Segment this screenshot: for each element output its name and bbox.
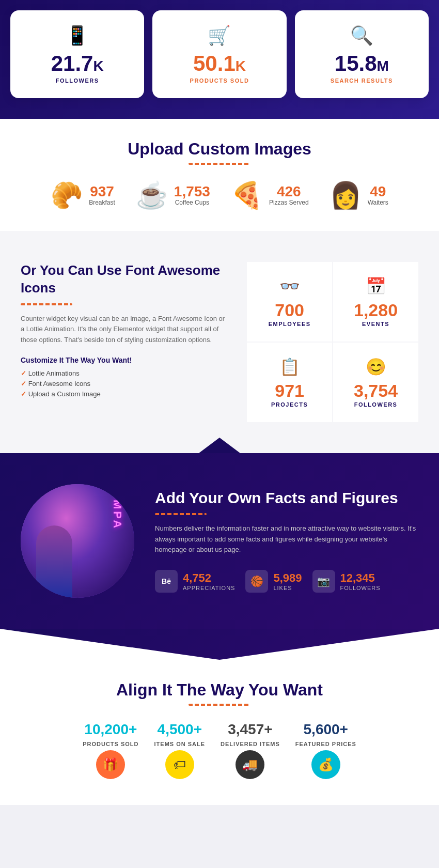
social-instagram: 📷 12,345 Followers bbox=[312, 570, 381, 593]
fa-stat-employees: 👓 700 EMPLOYEES bbox=[247, 262, 332, 342]
dribbble-number: 5,989 bbox=[273, 571, 302, 585]
glasses-icon: 👓 bbox=[261, 276, 318, 296]
delivered-label: Delivered Items bbox=[221, 741, 280, 747]
align-title: Align It The Way You Want bbox=[21, 680, 418, 700]
fa-underline bbox=[21, 303, 72, 305]
stat-card-followers: 📱 21.7K FOLLOWERS bbox=[10, 10, 144, 98]
followers-icon: 📱 bbox=[29, 25, 126, 47]
behance-icon: Bē bbox=[155, 570, 178, 593]
fa-section: Or You Can Use Font Awesome Icons Counte… bbox=[0, 231, 439, 453]
product-item-delivered: 3,457+ Delivered Items 🚚 bbox=[221, 721, 280, 779]
fa-customize-title: Customize It The Way You Want! bbox=[21, 356, 226, 364]
breakfast-label: Breakfast bbox=[89, 199, 115, 206]
stat-card-products: 🛒 50.1K PRODUCTS SOLD bbox=[152, 10, 286, 98]
dark-right-panel: Add Your Own Facts and Figures Numbers d… bbox=[155, 489, 418, 593]
products-sold-number: 10,200+ bbox=[84, 721, 137, 738]
pizza-number: 426 bbox=[269, 184, 309, 199]
followers-label: FOLLOWERS bbox=[29, 78, 126, 84]
align-underline bbox=[189, 704, 250, 706]
products-sold-label: Products Sold bbox=[83, 741, 138, 747]
neon-text: MPA bbox=[111, 500, 124, 530]
delivered-number: 3,457+ bbox=[228, 721, 272, 738]
products-icon: 🛒 bbox=[171, 25, 268, 47]
truck-icon: 🚚 bbox=[236, 750, 264, 779]
feature-upload: Upload a Custom Image bbox=[21, 390, 226, 398]
behance-number: 4,752 bbox=[183, 571, 235, 585]
breakfast-icon: 🥐 bbox=[51, 180, 83, 210]
sale-icon: 🏷 bbox=[165, 750, 194, 779]
waiters-icon: 👩 bbox=[330, 180, 362, 210]
align-section: Align It The Way You Want 10,200+ Produc… bbox=[0, 660, 439, 805]
pizza-icon: 🍕 bbox=[231, 180, 263, 210]
featured-number: 5,600+ bbox=[304, 721, 348, 738]
product-stats-row: 10,200+ Products Sold 🎁 4,500+ Items on … bbox=[21, 721, 418, 779]
portrait-image: MPA bbox=[21, 484, 134, 598]
pizza-label: Pizzas Served bbox=[269, 199, 309, 206]
calendar-icon: 📅 bbox=[348, 276, 404, 296]
events-number: 1,280 bbox=[348, 301, 404, 319]
instagram-icon: 📷 bbox=[312, 570, 335, 593]
instagram-number: 12,345 bbox=[340, 571, 381, 585]
product-item-sold: 10,200+ Products Sold 🎁 bbox=[83, 721, 138, 779]
projects-label: PROJECTS bbox=[261, 401, 318, 408]
social-dribbble: 🏀 5,989 Likes bbox=[245, 570, 302, 593]
products-label: PRODUCTS SOLD bbox=[171, 78, 268, 84]
products-value: 50.1K bbox=[171, 53, 268, 74]
fa-stat-events: 📅 1,280 EVENTS bbox=[333, 262, 418, 342]
search-icon: 🔍 bbox=[313, 25, 410, 47]
fa-title: Or You Can Use Font Awesome Icons bbox=[21, 262, 226, 297]
coffee-icon: ☕ bbox=[136, 180, 168, 210]
breakfast-number: 937 bbox=[89, 184, 115, 199]
food-item-pizza: 🍕 426 Pizzas Served bbox=[231, 180, 309, 210]
items-sale-number: 4,500+ bbox=[158, 721, 202, 738]
dark-description: Numbers deliver the information faster a… bbox=[155, 523, 418, 555]
employees-number: 700 bbox=[261, 301, 318, 319]
fa-stats-grid: 👓 700 EMPLOYEES 📅 1,280 EVENTS 📋 971 PRO… bbox=[247, 262, 418, 422]
food-item-breakfast: 🥐 937 Breakfast bbox=[51, 180, 115, 210]
upload-section: Upload Custom Images 🥐 937 Breakfast ☕ 1… bbox=[0, 119, 439, 231]
followers2-number: 3,754 bbox=[348, 382, 404, 399]
waiters-number: 49 bbox=[368, 184, 388, 199]
product-item-sale: 4,500+ Items on Sale 🏷 bbox=[154, 721, 206, 779]
instagram-label: Followers bbox=[340, 585, 381, 591]
title-underline bbox=[189, 163, 250, 165]
coffee-label: Coffee Cups bbox=[174, 199, 210, 206]
followers2-label: FOLLOWERS bbox=[348, 401, 404, 408]
projects-number: 971 bbox=[261, 382, 318, 399]
gift-icon: 🎁 bbox=[96, 750, 125, 779]
fa-stat-projects: 📋 971 PROJECTS bbox=[247, 343, 332, 422]
items-sale-label: Items on Sale bbox=[154, 741, 206, 747]
projects-icon: 📋 bbox=[261, 357, 318, 377]
search-value: 15.8M bbox=[313, 53, 410, 74]
followers-value: 21.7K bbox=[29, 53, 126, 74]
stat-card-search: 🔍 15.8M SEARCH RESULTS bbox=[295, 10, 429, 98]
dark-underline bbox=[155, 513, 207, 515]
social-behance: Bē 4,752 Appreciations bbox=[155, 570, 235, 593]
fa-description: Counter widget key visual can be an imag… bbox=[21, 314, 226, 346]
fa-left-panel: Or You Can Use Font Awesome Icons Counte… bbox=[21, 262, 247, 422]
dribbble-label: Likes bbox=[273, 585, 302, 591]
behance-label: Appreciations bbox=[183, 585, 235, 591]
dark-section: MPA Add Your Own Facts and Figures Numbe… bbox=[0, 453, 439, 629]
employees-label: EMPLOYEES bbox=[261, 321, 318, 327]
dribbble-icon: 🏀 bbox=[245, 570, 268, 593]
search-label: SEARCH RESULTS bbox=[313, 78, 410, 84]
food-item-waiters: 👩 49 Waiters bbox=[330, 180, 388, 210]
feature-lottie: Lottie Animations bbox=[21, 369, 226, 377]
bottom-section: Align It The Way You Want 10,200+ Produc… bbox=[0, 629, 439, 805]
product-item-featured: 5,600+ Featured Prices 💰 bbox=[295, 721, 356, 779]
events-label: EVENTS bbox=[348, 321, 404, 327]
food-item-coffee: ☕ 1,753 Coffee Cups bbox=[136, 180, 210, 210]
feature-fontawesome: Font Awesome Icons bbox=[21, 380, 226, 388]
social-stats-row: Bē 4,752 Appreciations 🏀 5,989 Likes 📷 1… bbox=[155, 570, 418, 593]
coffee-number: 1,753 bbox=[174, 184, 210, 199]
upload-title: Upload Custom Images bbox=[31, 140, 408, 159]
dark-title: Add Your Own Facts and Figures bbox=[155, 489, 418, 507]
top-stats-section: 📱 21.7K FOLLOWERS 🛒 50.1K PRODUCTS SOLD … bbox=[0, 0, 439, 119]
food-stats-row: 🥐 937 Breakfast ☕ 1,753 Coffee Cups 🍕 42… bbox=[31, 180, 408, 210]
smiley-icon: 😊 bbox=[348, 357, 404, 377]
waiters-label: Waiters bbox=[368, 199, 388, 206]
portrait-inner: MPA bbox=[21, 484, 134, 598]
fa-features-list: Lottie Animations Font Awesome Icons Upl… bbox=[21, 369, 226, 398]
fa-stat-followers: 😊 3,754 FOLLOWERS bbox=[333, 343, 418, 422]
